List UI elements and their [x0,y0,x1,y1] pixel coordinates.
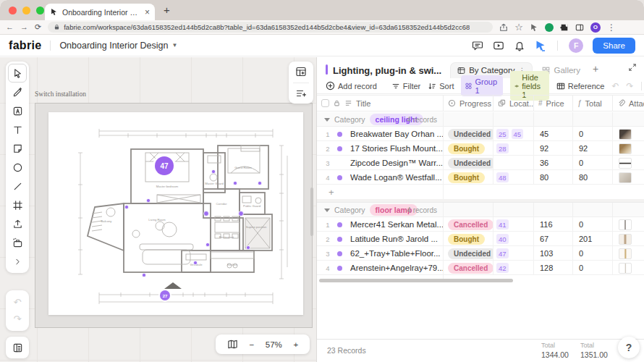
column-attachment[interactable]: Attac [613,96,644,111]
table-title[interactable]: Lighting, plug-in & swi... [333,65,441,76]
browser-tab[interactable]: Onboarding Interior Design × [45,4,155,20]
document-title[interactable]: Onboarding Interior Design ▼ [59,41,177,51]
item-marker-dots[interactable] [124,169,261,277]
attachment-thumbnail[interactable] [619,248,632,259]
browser-menu-icon[interactable]: ⋮ [607,23,616,32]
status-pill[interactable]: Bought [448,234,485,245]
chevron-down-icon[interactable]: ▼ [171,42,177,49]
resource-kit-tool[interactable] [8,233,27,252]
forward-icon[interactable]: → [20,23,28,31]
price-value[interactable]: 116 [540,220,553,229]
canvas-vertical-scrollbar[interactable] [310,188,313,236]
status-pill[interactable]: Undecided [448,129,493,140]
collaborator-cursor-icon[interactable] [535,40,546,51]
group-button[interactable]: Group 1 [461,75,503,96]
table-row[interactable]: 1Breakwater Bay Orhan ... Undecided 2545… [317,127,644,141]
column-total[interactable]: ƒ Total [573,96,613,111]
record-expand-dot[interactable] [337,251,342,256]
table-undo-icon[interactable]: ↶ [611,82,619,90]
record-title[interactable]: Mercer41 Serkan Metal... [350,220,443,229]
table-redo-icon[interactable]: ↷ [627,82,634,90]
record-expand-dot[interactable] [337,132,342,137]
bookmark-star-icon[interactable]: ☆ [514,22,523,32]
status-pill[interactable]: Cancelled [448,263,493,274]
record-title[interactable]: Zipcode Design™ Warr... [350,159,443,167]
upload-tool[interactable] [8,214,27,233]
reload-icon[interactable]: ⟳ [35,23,41,31]
collapse-triangle-icon[interactable] [324,209,330,212]
record-title[interactable]: Latitude Run® Jarold ... [350,235,438,243]
zoom-in-button[interactable]: + [294,340,299,349]
table-row[interactable]: 1Mercer41 Serkan Metal... Cancelled 41 1… [317,217,644,232]
location-pill[interactable]: 45 [512,129,524,139]
floorplan-artboard[interactable]: Master bedroom Master Guard Guest Room P… [48,112,303,315]
record-expand-dot[interactable] [337,175,342,180]
minimize-window-button[interactable] [22,7,30,14]
filter-button[interactable]: Filter [391,82,420,90]
attachment-thumbnail[interactable] [619,219,632,230]
table-row[interactable]: 3Zipcode Design™ Warr... Undecided 36 0 [317,156,644,170]
browser-profile-avatar[interactable]: O [590,22,601,33]
record-expand-dot[interactable] [337,146,342,151]
split-screen-icon[interactable] [575,23,584,32]
record-expand-dot[interactable] [337,222,342,227]
location-pill[interactable]: 41 [496,219,509,230]
close-tab-icon[interactable]: × [145,7,150,17]
shape-tool[interactable] [8,158,27,177]
record-title[interactable]: Arenstein+Angelray+79... [350,264,443,272]
table-row[interactable]: 362_+Tray+Table+Floor... Undecided 47 10… [317,246,644,261]
pointer-extension-icon[interactable] [530,23,538,32]
column-location[interactable]: Locat... [493,96,534,111]
column-title[interactable]: Title [317,96,444,111]
attachment-thumbnail[interactable] [619,263,632,274]
record-expand-dot[interactable] [337,266,342,271]
attachment-thumbnail[interactable] [619,158,632,169]
record-title[interactable]: Breakwater Bay Orhan ... [350,130,443,138]
collapse-triangle-icon[interactable] [324,118,330,122]
zoom-level[interactable]: 57% [266,340,282,349]
location-pill[interactable]: 25 [496,129,509,139]
share-button[interactable]: Share [593,38,635,54]
url-bar[interactable]: fabrie.com/workspace/63da6158352ed144b5d… [48,22,493,33]
ai-pen-tool[interactable] [8,83,27,101]
stamp-tool[interactable] [8,101,27,120]
location-pill[interactable]: 42 [496,263,509,273]
attachment-thumbnail[interactable] [619,143,632,154]
table-row[interactable]: 217 Stories Flush Mount... Bought 28 92 … [317,141,644,156]
select-all-checkbox[interactable] [321,99,329,107]
table-row[interactable]: 4Wade Logan® Westfall... Bought 48 80 80 [317,170,644,185]
location-pill[interactable]: 48 [496,172,509,182]
zoom-out-button[interactable]: − [249,340,254,349]
record-title[interactable]: Wade Logan® Westfall... [350,173,442,182]
status-pill[interactable]: Cancelled [448,219,493,230]
comments-icon[interactable] [472,40,483,51]
add-record-button[interactable]: Add record [326,81,377,90]
redo-icon[interactable]: ↷ [14,314,22,324]
group-header-floor-lamp[interactable]: Categoryfloor lamp4 records [317,203,644,217]
frame-title[interactable]: Switch installation [35,90,86,98]
status-pill[interactable]: Undecided [448,158,493,169]
floorplan-frame[interactable]: Master bedroom Master Guard Guest Room P… [35,103,313,328]
insert-list-icon[interactable] [295,88,307,99]
column-progress[interactable]: Progress [444,96,493,111]
distance-marker[interactable]: 27 [158,289,171,302]
table-row[interactable]: 2Latitude Run® Jarold ... Bought 40 67 2… [317,232,644,246]
table-horizontal-scrollbar[interactable] [319,279,513,282]
notifications-bell-icon[interactable] [514,40,525,51]
pages-panel-button[interactable] [6,337,29,358]
reference-button[interactable]: Reference [556,82,605,90]
price-value[interactable]: 80 [540,173,548,182]
extensions-puzzle-icon[interactable] [560,23,569,32]
design-canvas[interactable]: Switch installation [0,57,316,362]
more-tools-chevron[interactable] [8,252,27,271]
new-tab-button[interactable]: + [164,4,170,16]
status-pill[interactable]: Undecided [448,248,493,259]
sort-button[interactable]: Sort [428,82,454,90]
attachment-thumbnail[interactable] [619,129,632,140]
fabrie-logo[interactable]: fabrie [9,39,41,52]
text-tool[interactable] [8,120,27,139]
record-title[interactable]: 17 Stories Flush Mount... [350,144,443,153]
expand-panel-icon[interactable] [628,63,637,72]
location-pill[interactable]: 28 [496,143,509,153]
user-avatar[interactable]: F [569,38,583,53]
